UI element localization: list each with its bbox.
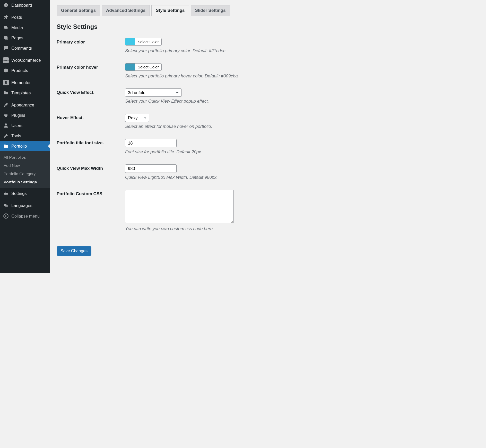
sidebar-item-appearance[interactable]: Appearance	[0, 100, 50, 110]
sidebar-item-plugins[interactable]: Plugins	[0, 110, 50, 120]
field-title-font-size: Portfolio title font size. Font size for…	[57, 139, 289, 155]
box-icon	[3, 68, 9, 73]
field-label: Primary color	[57, 38, 125, 45]
collapse-label: Collapse menu	[11, 214, 40, 219]
admin-sidebar: Dashboard Posts Media Pages Comments	[0, 0, 50, 273]
sidebar-item-settings[interactable]: Settings	[0, 188, 50, 199]
elementor-icon: E	[3, 80, 9, 85]
field-hover-effect: Hover Effect. Roxy Select an effect for …	[57, 114, 289, 129]
max-width-input[interactable]	[125, 164, 177, 173]
save-button[interactable]: Save Changes	[57, 246, 91, 256]
settings-form: Primary color Select Color Select your p…	[57, 38, 289, 231]
sidebar-item-label: Products	[11, 68, 28, 73]
settings-tabs: General Settings Advanced Settings Style…	[57, 5, 289, 16]
sidebar-item-tools[interactable]: Tools	[0, 131, 50, 141]
tab-style-settings[interactable]: Style Settings	[151, 5, 189, 16]
tab-general-settings[interactable]: General Settings	[57, 5, 100, 16]
primary-color-picker[interactable]: Select Color	[125, 38, 162, 46]
brush-icon	[3, 102, 9, 108]
svg-rect-9	[5, 205, 8, 207]
pin-icon	[3, 14, 9, 20]
sliders-icon	[3, 191, 9, 196]
media-icon	[3, 25, 9, 30]
languages-icon	[3, 203, 9, 208]
submenu-portfolio-category[interactable]: Portfolio Category	[0, 170, 50, 178]
submenu-portfolio-settings[interactable]: Portfolio Settings	[0, 178, 50, 186]
field-description: Quick View LightBox Max Width. Default 9…	[125, 175, 289, 180]
select-color-button[interactable]: Select Color	[135, 64, 161, 70]
sidebar-item-woocommerce[interactable]: woo WooCommerce	[0, 55, 50, 65]
field-label: Portfolio Custom CSS	[57, 190, 125, 196]
color-swatch	[125, 38, 135, 45]
comment-icon	[3, 45, 9, 51]
folder-open-icon	[3, 143, 9, 149]
sidebar-item-label: Posts	[11, 15, 22, 20]
field-description: Font size for portfolio title. Default 2…	[125, 149, 289, 155]
pages-icon	[3, 35, 9, 41]
sidebar-item-comments[interactable]: Comments	[0, 43, 50, 53]
svg-rect-1	[5, 27, 8, 29]
svg-point-4	[5, 123, 7, 126]
custom-css-textarea[interactable]	[125, 190, 234, 223]
quick-view-effect-select[interactable]: 3d unfold	[125, 88, 182, 97]
hover-effect-select[interactable]: Roxy	[125, 114, 149, 122]
field-label: Quick View Effect.	[57, 88, 125, 95]
primary-hover-color-picker[interactable]: Select Color	[125, 63, 162, 71]
sidebar-item-label: Languages	[11, 203, 32, 208]
user-icon	[3, 123, 9, 128]
sidebar-item-pages[interactable]: Pages	[0, 33, 50, 43]
collapse-icon	[3, 213, 9, 219]
tab-slider-settings[interactable]: Slider Settings	[191, 5, 230, 16]
field-description: Select your portfolio primary color. Def…	[125, 48, 289, 53]
svg-point-5	[5, 192, 6, 193]
sidebar-item-label: Settings	[11, 191, 27, 196]
sidebar-item-users[interactable]: Users	[0, 120, 50, 131]
select-color-button[interactable]: Select Color	[135, 38, 161, 45]
sidebar-item-label: Elementor	[11, 80, 31, 85]
svg-point-10	[4, 214, 8, 218]
sidebar-item-portfolio[interactable]: Portfolio	[0, 141, 50, 151]
sidebar-item-label: Pages	[11, 35, 23, 40]
field-custom-css: Portfolio Custom CSS You can write you o…	[57, 190, 289, 231]
field-label: Quick View Max Width	[57, 164, 125, 171]
submenu-all-portfolios[interactable]: All Portfolios	[0, 153, 50, 162]
sidebar-item-elementor[interactable]: E Elementor	[0, 77, 50, 88]
sidebar-item-label: Templates	[11, 91, 31, 95]
color-swatch	[125, 64, 135, 70]
field-primary-color-hover: Primary color hover Select Color Select …	[57, 63, 289, 79]
folder-icon	[3, 90, 9, 96]
field-description: You can write you own custom css code he…	[125, 226, 289, 231]
sidebar-item-products[interactable]: Products	[0, 65, 50, 76]
sidebar-item-templates[interactable]: Templates	[0, 88, 50, 98]
plug-icon	[3, 112, 9, 118]
svg-point-7	[5, 194, 6, 195]
svg-point-6	[6, 193, 7, 194]
sidebar-item-label: Portfolio	[11, 144, 27, 149]
sidebar-item-posts[interactable]: Posts	[0, 12, 50, 22]
field-label: Primary color hover	[57, 63, 125, 70]
sidebar-item-label: Plugins	[11, 113, 25, 118]
field-description: Select your portfolio primary hover colo…	[125, 74, 289, 79]
title-font-size-input[interactable]	[125, 139, 177, 147]
field-quick-view-max-width: Quick View Max Width Quick View LightBox…	[57, 164, 289, 180]
sidebar-submenu: All Portfolios Add New Portfolio Categor…	[0, 151, 50, 188]
sidebar-item-label: Appearance	[11, 103, 34, 107]
sidebar-item-dashboard[interactable]: Dashboard	[0, 0, 50, 10]
sidebar-item-media[interactable]: Media	[0, 22, 50, 33]
sidebar-item-label: Tools	[11, 133, 21, 138]
main-content: General Settings Advanced Settings Style…	[50, 0, 296, 273]
sidebar-item-label: Media	[11, 25, 23, 30]
sidebar-item-label: WooCommerce	[11, 58, 41, 63]
sidebar-item-label: Dashboard	[11, 3, 32, 8]
field-description: Select an effect for mouse hover on port…	[125, 124, 289, 129]
submenu-add-new[interactable]: Add New	[0, 162, 50, 170]
collapse-menu[interactable]: Collapse menu	[0, 211, 50, 221]
dashboard-icon	[3, 2, 9, 8]
woocommerce-icon: woo	[3, 57, 9, 63]
sidebar-item-label: Users	[11, 123, 22, 128]
app-frame: Dashboard Posts Media Pages Comments	[0, 0, 296, 273]
field-label: Portfolio title font size.	[57, 139, 125, 146]
sidebar-item-languages[interactable]: Languages	[0, 200, 50, 211]
tab-advanced-settings[interactable]: Advanced Settings	[102, 5, 150, 16]
wrench-icon	[3, 133, 9, 139]
